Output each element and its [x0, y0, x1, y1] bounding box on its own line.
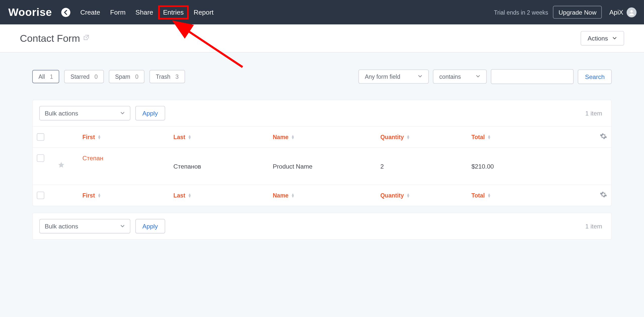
bulk-actions-label: Bulk actions: [45, 110, 78, 117]
nav-create[interactable]: Create: [76, 6, 104, 18]
operator-select[interactable]: contains: [433, 69, 487, 84]
search-controls: Any form field contains Search: [359, 69, 612, 84]
sort-icon: ▲▼: [291, 135, 295, 140]
filter-row: All 1 Starred 0 Spam 0 Trash 3: [32, 69, 612, 84]
entries-table: First▲▼ Last▲▼ Name▲▼ Quantity▲▼ Total▲▼: [33, 126, 611, 206]
nav-entries[interactable]: Entries: [159, 6, 188, 18]
filter-tab-starred[interactable]: Starred 0: [64, 70, 104, 83]
cell-name: Product Name: [273, 163, 380, 170]
cell-quantity: 2: [380, 163, 471, 170]
actions-label: Actions: [588, 35, 608, 42]
select-all-checkbox-bottom[interactable]: [37, 192, 44, 199]
sort-icon: ▲▼: [406, 135, 410, 140]
table-header: First▲▼ Last▲▼ Name▲▼ Quantity▲▼ Total▲▼: [33, 126, 611, 147]
sort-icon: ▲▼: [97, 193, 101, 198]
user-menu[interactable]: ApiX: [609, 7, 636, 17]
bulk-row-bottom: Bulk actions Apply 1 item: [33, 213, 611, 239]
apply-button[interactable]: Apply: [135, 219, 165, 233]
sort-icon: ▲▼: [291, 193, 295, 198]
chevron-down-icon: [612, 35, 617, 42]
columns-settings-button[interactable]: [600, 132, 607, 141]
item-count: 1 item: [585, 223, 605, 230]
columns-settings-button[interactable]: [600, 191, 607, 200]
nav-form[interactable]: Form: [106, 6, 130, 18]
col-label: First: [82, 134, 95, 140]
col-name[interactable]: Name▲▼: [273, 134, 380, 140]
col-first[interactable]: First▲▼: [82, 192, 173, 199]
filter-tab-label: Starred: [70, 73, 90, 80]
bulk-actions-label: Bulk actions: [45, 223, 78, 230]
filter-tab-all[interactable]: All 1: [32, 70, 59, 83]
sort-icon: ▲▼: [487, 193, 491, 198]
table-row: Степан Степанов Product Name 2 $210.00: [33, 147, 611, 185]
top-nav: Woorise Create Form Share Entries Report…: [0, 0, 644, 24]
nav-links: Create Form Share Entries Report: [76, 6, 218, 18]
col-name[interactable]: Name▲▼: [273, 192, 380, 199]
chevron-down-icon: [418, 73, 423, 80]
external-link-icon[interactable]: [83, 34, 90, 42]
col-label: Quantity: [380, 192, 404, 199]
svg-text:Woorise: Woorise: [8, 6, 52, 18]
apply-button[interactable]: Apply: [135, 106, 165, 121]
item-count: 1 item: [585, 110, 605, 117]
chevron-down-icon: [120, 223, 125, 230]
col-label: Name: [273, 134, 289, 140]
select-all-checkbox[interactable]: [37, 133, 44, 141]
actions-dropdown[interactable]: Actions: [581, 31, 624, 46]
trial-notice: Trial ends in 2 weeks: [494, 9, 548, 15]
col-total[interactable]: Total▲▼: [471, 192, 579, 199]
filter-tab-count: 0: [95, 73, 98, 80]
col-quantity[interactable]: Quantity▲▼: [380, 134, 471, 140]
back-button[interactable]: [61, 8, 70, 17]
page-title: Contact Form: [20, 32, 90, 44]
filter-tab-spam[interactable]: Spam 0: [109, 70, 145, 83]
col-total[interactable]: Total▲▼: [471, 134, 579, 140]
filter-tab-count: 0: [135, 73, 138, 80]
bulk-row-top: Bulk actions Apply 1 item: [33, 100, 611, 126]
col-label: Quantity: [380, 134, 404, 140]
col-label: Total: [471, 192, 485, 199]
search-button[interactable]: Search: [578, 69, 612, 84]
chevron-down-icon: [476, 73, 481, 80]
nav-share[interactable]: Share: [131, 6, 157, 18]
filter-tab-label: All: [38, 73, 45, 80]
upgrade-button[interactable]: Upgrade Now: [553, 6, 602, 19]
sort-icon: ▲▼: [487, 135, 491, 140]
col-label: Last: [173, 192, 185, 199]
bulk-actions-select[interactable]: Bulk actions: [39, 219, 130, 233]
filter-tab-count: 3: [175, 73, 179, 80]
filter-tab-label: Spam: [115, 73, 130, 80]
cell-total: $210.00: [471, 163, 579, 170]
col-label: Total: [471, 134, 485, 140]
field-select-label: Any form field: [365, 73, 400, 80]
operator-select-label: contains: [439, 73, 461, 80]
col-last[interactable]: Last▲▼: [173, 192, 273, 199]
table-footer: First▲▼ Last▲▼ Name▲▼ Quantity▲▼ Total▲▼: [33, 185, 611, 206]
user-name: ApiX: [609, 9, 623, 16]
sub-header: Contact Form Actions: [0, 24, 644, 53]
col-label: Last: [173, 134, 185, 140]
filter-tabs: All 1 Starred 0 Spam 0 Trash 3: [32, 70, 185, 83]
field-select[interactable]: Any form field: [359, 69, 429, 84]
filter-tab-count: 1: [50, 73, 53, 80]
sort-icon: ▲▼: [188, 135, 192, 140]
page-title-text: Contact Form: [20, 32, 80, 44]
nav-report[interactable]: Report: [189, 6, 218, 18]
sort-icon: ▲▼: [97, 135, 101, 140]
filter-tab-trash[interactable]: Trash 3: [150, 70, 185, 83]
col-label: First: [82, 192, 95, 199]
entry-first-link[interactable]: Степан: [82, 154, 103, 162]
row-checkbox[interactable]: [37, 154, 44, 162]
bulk-actions-select[interactable]: Bulk actions: [39, 106, 130, 121]
sort-icon: ▲▼: [406, 193, 410, 198]
star-toggle[interactable]: [58, 162, 83, 171]
col-first[interactable]: First▲▼: [82, 134, 173, 140]
sort-icon: ▲▼: [188, 193, 192, 198]
main-content: All 1 Starred 0 Spam 0 Trash 3: [0, 53, 644, 240]
cell-last: Степанов: [173, 163, 273, 170]
col-quantity[interactable]: Quantity▲▼: [380, 192, 471, 199]
col-last[interactable]: Last▲▼: [173, 134, 273, 140]
chevron-down-icon: [120, 110, 125, 117]
search-input[interactable]: [491, 69, 574, 84]
entries-card: Bulk actions Apply 1 item First▲▼ Last▲▼…: [32, 100, 612, 206]
